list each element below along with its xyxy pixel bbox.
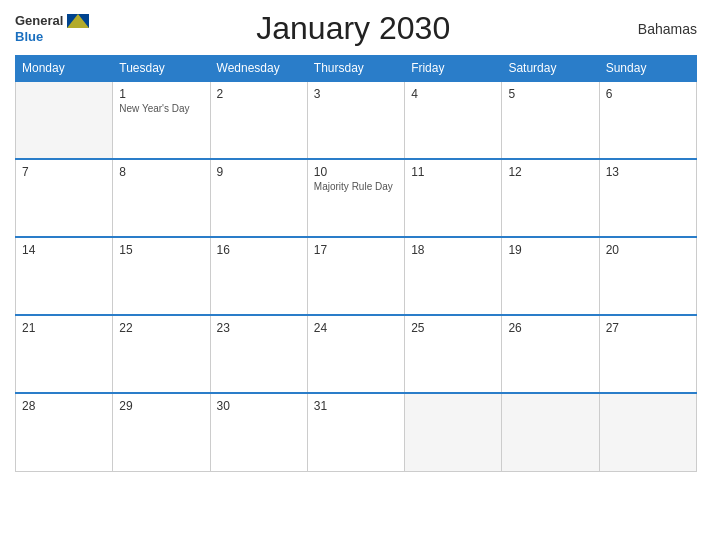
day-number: 27 <box>606 321 690 335</box>
calendar-day-cell: 8 <box>113 159 210 237</box>
calendar-table: Monday Tuesday Wednesday Thursday Friday… <box>15 55 697 472</box>
calendar-day-cell: 19 <box>502 237 599 315</box>
day-number: 3 <box>314 87 398 101</box>
calendar-day-cell: 11 <box>405 159 502 237</box>
day-number: 7 <box>22 165 106 179</box>
calendar-day-cell: 23 <box>210 315 307 393</box>
day-number: 11 <box>411 165 495 179</box>
calendar-day-cell: 12 <box>502 159 599 237</box>
calendar-week-row: 21222324252627 <box>16 315 697 393</box>
calendar-header-row: Monday Tuesday Wednesday Thursday Friday… <box>16 56 697 82</box>
day-number: 26 <box>508 321 592 335</box>
calendar-day-cell: 17 <box>307 237 404 315</box>
header-thursday: Thursday <box>307 56 404 82</box>
logo-general-text: General <box>15 13 63 29</box>
day-number: 9 <box>217 165 301 179</box>
day-number: 2 <box>217 87 301 101</box>
calendar-day-cell: 26 <box>502 315 599 393</box>
calendar-day-cell: 2 <box>210 81 307 159</box>
day-number: 24 <box>314 321 398 335</box>
month-title: January 2030 <box>89 10 617 47</box>
logo: General Blue <box>15 13 89 44</box>
calendar-day-cell: 1New Year's Day <box>113 81 210 159</box>
day-number: 5 <box>508 87 592 101</box>
calendar-day-cell: 18 <box>405 237 502 315</box>
header-wednesday: Wednesday <box>210 56 307 82</box>
day-number: 30 <box>217 399 301 413</box>
calendar-day-cell: 20 <box>599 237 696 315</box>
day-number: 10 <box>314 165 398 179</box>
calendar-day-cell: 25 <box>405 315 502 393</box>
calendar-day-cell: 3 <box>307 81 404 159</box>
calendar-day-cell: 16 <box>210 237 307 315</box>
calendar-day-cell: 28 <box>16 393 113 471</box>
calendar-wrapper: General Blue January 2030 Bahamas Monday… <box>0 0 712 550</box>
header-saturday: Saturday <box>502 56 599 82</box>
day-number: 14 <box>22 243 106 257</box>
calendar-day-cell: 24 <box>307 315 404 393</box>
day-number: 21 <box>22 321 106 335</box>
calendar-body: 1New Year's Day2345678910Majority Rule D… <box>16 81 697 471</box>
day-number: 19 <box>508 243 592 257</box>
calendar-day-cell <box>599 393 696 471</box>
holiday-name: New Year's Day <box>119 103 203 114</box>
day-number: 16 <box>217 243 301 257</box>
weekday-header: Monday Tuesday Wednesday Thursday Friday… <box>16 56 697 82</box>
day-number: 20 <box>606 243 690 257</box>
day-number: 17 <box>314 243 398 257</box>
day-number: 13 <box>606 165 690 179</box>
calendar-day-cell: 4 <box>405 81 502 159</box>
day-number: 8 <box>119 165 203 179</box>
day-number: 25 <box>411 321 495 335</box>
calendar-day-cell: 13 <box>599 159 696 237</box>
calendar-day-cell: 7 <box>16 159 113 237</box>
calendar-day-cell: 6 <box>599 81 696 159</box>
day-number: 4 <box>411 87 495 101</box>
day-number: 23 <box>217 321 301 335</box>
calendar-day-cell <box>502 393 599 471</box>
day-number: 12 <box>508 165 592 179</box>
calendar-week-row: 14151617181920 <box>16 237 697 315</box>
calendar-day-cell <box>405 393 502 471</box>
calendar-day-cell: 22 <box>113 315 210 393</box>
calendar-week-row: 1New Year's Day23456 <box>16 81 697 159</box>
calendar-day-cell: 15 <box>113 237 210 315</box>
calendar-header: General Blue January 2030 Bahamas <box>15 10 697 47</box>
day-number: 15 <box>119 243 203 257</box>
logo-blue-text: Blue <box>15 29 43 45</box>
calendar-day-cell: 29 <box>113 393 210 471</box>
day-number: 1 <box>119 87 203 101</box>
calendar-day-cell: 5 <box>502 81 599 159</box>
day-number: 22 <box>119 321 203 335</box>
day-number: 18 <box>411 243 495 257</box>
calendar-day-cell: 31 <box>307 393 404 471</box>
day-number: 31 <box>314 399 398 413</box>
calendar-day-cell <box>16 81 113 159</box>
header-monday: Monday <box>16 56 113 82</box>
calendar-day-cell: 14 <box>16 237 113 315</box>
calendar-day-cell: 9 <box>210 159 307 237</box>
calendar-week-row: 28293031 <box>16 393 697 471</box>
calendar-day-cell: 30 <box>210 393 307 471</box>
calendar-day-cell: 10Majority Rule Day <box>307 159 404 237</box>
logo-flag-icon <box>67 14 89 28</box>
country-name: Bahamas <box>617 21 697 37</box>
day-number: 6 <box>606 87 690 101</box>
day-number: 29 <box>119 399 203 413</box>
holiday-name: Majority Rule Day <box>314 181 398 192</box>
calendar-day-cell: 27 <box>599 315 696 393</box>
day-number: 28 <box>22 399 106 413</box>
header-sunday: Sunday <box>599 56 696 82</box>
header-friday: Friday <box>405 56 502 82</box>
header-tuesday: Tuesday <box>113 56 210 82</box>
calendar-week-row: 78910Majority Rule Day111213 <box>16 159 697 237</box>
calendar-day-cell: 21 <box>16 315 113 393</box>
